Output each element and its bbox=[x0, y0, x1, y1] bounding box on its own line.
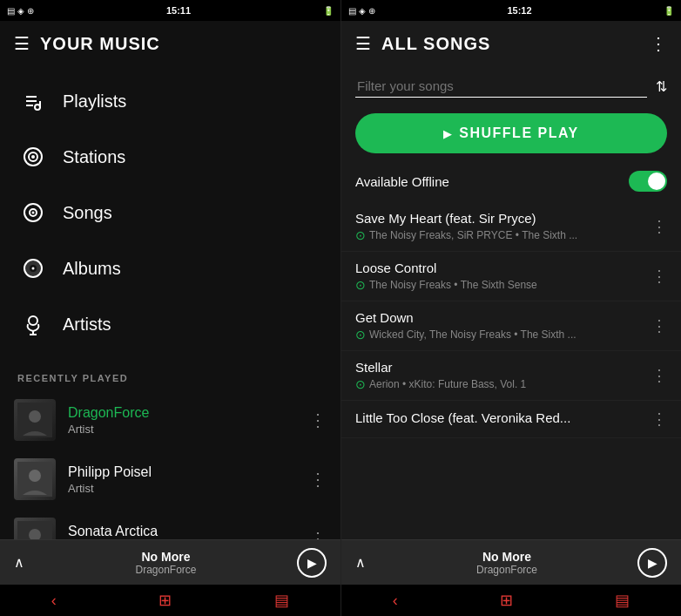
play-triangle-icon: ▶ bbox=[443, 127, 452, 140]
left-panel: ▤ ◈ ⊕ 15:11 🔋 ☰ YOUR MUSIC Playlist bbox=[0, 0, 340, 616]
left-status-bar: ▤ ◈ ⊕ 15:11 🔋 bbox=[0, 0, 340, 21]
svg-point-10 bbox=[32, 212, 35, 214]
song-info-1: Loose Control ⊙ The Noisy Freaks • The S… bbox=[355, 261, 644, 292]
nav-menu: Playlists Stations Songs bbox=[0, 66, 340, 359]
download-icon-2: ⊙ bbox=[355, 328, 366, 342]
philipp-thumb bbox=[14, 458, 56, 500]
nav-item-artists[interactable]: Artists bbox=[0, 296, 340, 352]
left-hamburger-icon[interactable]: ☰ bbox=[14, 33, 30, 54]
song-title-3: Stellar bbox=[355, 360, 644, 375]
left-np-title: No More bbox=[35, 550, 297, 564]
recently-played-header: RECENTLY PLAYED bbox=[0, 359, 340, 390]
philipp-info: Philipp Poisel Artist bbox=[68, 464, 309, 495]
download-icon-0: ⊙ bbox=[355, 228, 366, 242]
right-np-info: No More DragonForce bbox=[376, 550, 637, 576]
shuffle-btn-label: SHUFFLE PLAY bbox=[459, 125, 578, 141]
svg-rect-2 bbox=[26, 105, 33, 106]
left-np-artist: DragonForce bbox=[35, 564, 297, 576]
song-meta-2: ⊙ Wicked City, The Noisy Freaks • The Si… bbox=[355, 328, 644, 342]
disc-icon bbox=[17, 197, 49, 228]
song-title-1: Loose Control bbox=[355, 261, 644, 275]
left-recents-icon[interactable]: ▤ bbox=[274, 591, 289, 610]
song-more-icon-2[interactable]: ⋮ bbox=[644, 316, 667, 335]
song-more-icon-4[interactable]: ⋮ bbox=[644, 410, 667, 429]
song-item-0[interactable]: Save My Heart (feat. Sir Pryce) ⊙ The No… bbox=[341, 202, 681, 252]
nav-item-songs[interactable]: Songs bbox=[0, 185, 340, 240]
right-more-icon[interactable]: ⋮ bbox=[650, 33, 667, 54]
right-now-playing[interactable]: ∧ No More DragonForce ▶ bbox=[341, 539, 681, 585]
right-recents-icon[interactable]: ▤ bbox=[615, 591, 630, 610]
recent-item-dragonforce[interactable]: DragonForce Artist ⋮ bbox=[0, 390, 340, 450]
song-more-icon-3[interactable]: ⋮ bbox=[644, 366, 667, 385]
right-back-icon[interactable]: ‹ bbox=[393, 592, 398, 610]
song-more-icon-1[interactable]: ⋮ bbox=[644, 267, 667, 286]
left-bottom-nav: ‹ ⊞ ▤ bbox=[0, 585, 340, 616]
filter-sort-icon[interactable]: ⇅ bbox=[656, 78, 667, 95]
right-chevron-icon[interactable]: ∧ bbox=[355, 554, 366, 571]
left-battery-icons: 🔋 bbox=[323, 6, 334, 16]
filter-input[interactable] bbox=[355, 75, 647, 98]
philipp-type: Artist bbox=[68, 482, 309, 495]
song-meta-3: ⊙ Aerion • xKito: Future Bass, Vol. 1 bbox=[355, 377, 644, 391]
left-now-playing[interactable]: ∧ No More DragonForce ▶ bbox=[0, 539, 340, 585]
recent-item-philipp[interactable]: Philipp Poisel Artist ⋮ bbox=[0, 450, 340, 509]
sonata-name: Sonata Arctica bbox=[68, 524, 309, 539]
note-icon bbox=[17, 85, 49, 117]
song-meta-0: ⊙ The Noisy Freaks, SiR PRYCE • The Sixt… bbox=[355, 228, 644, 242]
song-item-1[interactable]: Loose Control ⊙ The Noisy Freaks • The S… bbox=[341, 252, 681, 301]
offline-label: Available Offline bbox=[355, 174, 449, 189]
song-more-icon-0[interactable]: ⋮ bbox=[644, 217, 667, 236]
song-info-4: Little Too Close (feat. Veronika Red... bbox=[355, 410, 644, 428]
nav-item-playlists[interactable]: Playlists bbox=[0, 73, 340, 129]
left-chevron-icon[interactable]: ∧ bbox=[14, 554, 24, 571]
nav-item-stations[interactable]: Stations bbox=[0, 129, 340, 185]
right-panel: ▤ ◈ ⊕ 15:12 🔋 ☰ ALL SONGS ⋮ ⇅ ▶ SHUFFLE … bbox=[340, 0, 681, 616]
download-icon-1: ⊙ bbox=[355, 278, 366, 292]
right-play-button[interactable]: ▶ bbox=[637, 548, 667, 578]
left-page-title: YOUR MUSIC bbox=[40, 34, 327, 54]
left-np-info: No More DragonForce bbox=[35, 550, 297, 576]
download-icon-3: ⊙ bbox=[355, 377, 366, 391]
dragonforce-more-icon[interactable]: ⋮ bbox=[309, 410, 327, 430]
right-bt-icon: ⊕ bbox=[368, 6, 375, 16]
shuffle-play-button[interactable]: ▶ SHUFFLE PLAY bbox=[355, 113, 667, 153]
song-item-2[interactable]: Get Down ⊙ Wicked City, The Noisy Freaks… bbox=[341, 301, 681, 351]
left-home-icon[interactable]: ⊞ bbox=[158, 591, 172, 610]
right-time: 15:12 bbox=[507, 5, 531, 16]
right-home-icon[interactable]: ⊞ bbox=[500, 591, 513, 610]
song-info-2: Get Down ⊙ Wicked City, The Noisy Freaks… bbox=[355, 310, 644, 342]
svg-rect-4 bbox=[39, 101, 41, 108]
song-title-0: Save My Heart (feat. Sir Pryce) bbox=[355, 211, 644, 226]
right-np-title: No More bbox=[376, 550, 637, 564]
left-back-icon[interactable]: ‹ bbox=[51, 592, 57, 610]
right-signal-icon: ▤ bbox=[348, 6, 356, 16]
philipp-name: Philipp Poisel bbox=[68, 464, 309, 480]
offline-toggle[interactable] bbox=[629, 171, 667, 192]
nav-item-albums[interactable]: Albums bbox=[0, 240, 340, 296]
right-battery-icon: 🔋 bbox=[664, 6, 674, 16]
svg-point-20 bbox=[29, 470, 41, 482]
left-play-button[interactable]: ▶ bbox=[297, 548, 327, 578]
right-battery-icons: 🔋 bbox=[664, 6, 674, 16]
left-header: ☰ YOUR MUSIC bbox=[0, 21, 340, 66]
svg-rect-0 bbox=[26, 96, 37, 98]
song-item-3[interactable]: Stellar ⊙ Aerion • xKito: Future Bass, V… bbox=[341, 351, 681, 401]
left-time: 15:11 bbox=[166, 5, 191, 16]
svg-point-7 bbox=[31, 155, 35, 159]
song-item-4[interactable]: Little Too Close (feat. Veronika Red... … bbox=[341, 401, 681, 438]
song-info-0: Save My Heart (feat. Sir Pryce) ⊙ The No… bbox=[355, 211, 644, 242]
signal-icon: ▤ bbox=[7, 6, 15, 16]
svg-point-18 bbox=[29, 410, 41, 423]
dragonforce-info: DragonForce Artist bbox=[68, 405, 309, 436]
philipp-more-icon[interactable]: ⋮ bbox=[309, 469, 327, 490]
offline-row: Available Offline bbox=[341, 160, 681, 202]
right-wifi-icon: ◈ bbox=[359, 6, 366, 16]
svg-rect-1 bbox=[26, 100, 37, 102]
song-meta-1: ⊙ The Noisy Freaks • The Sixth Sense bbox=[355, 278, 644, 292]
nav-label-stations: Stations bbox=[63, 147, 125, 167]
right-hamburger-icon[interactable]: ☰ bbox=[355, 33, 371, 54]
nav-label-artists: Artists bbox=[63, 315, 111, 335]
right-page-title: ALL SONGS bbox=[381, 34, 650, 54]
song-title-2: Get Down bbox=[355, 310, 644, 325]
right-np-artist: DragonForce bbox=[376, 564, 637, 576]
